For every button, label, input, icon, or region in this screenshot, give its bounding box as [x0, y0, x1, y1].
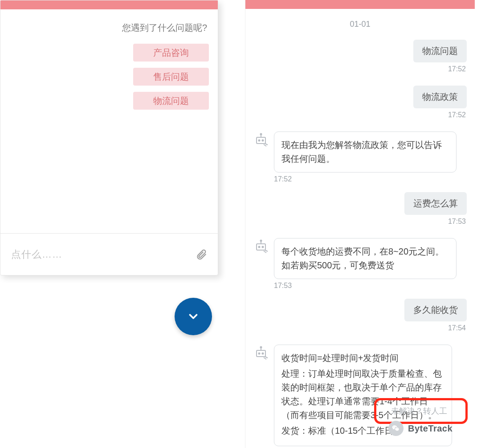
chat-row-user: 多久能收货 17:54	[253, 299, 467, 342]
svg-line-13	[265, 250, 268, 251]
bot-message: 每个收货地的运费不同，在8~20元之间。如若购买500元，可免费送货	[274, 238, 457, 279]
user-message: 物流政策	[413, 86, 467, 108]
left-body: 您遇到了什么问题呢? 产品咨询 售后问题 物流问题	[0, 9, 218, 233]
transfer-to-human-link[interactable]: 未解决？转人工	[391, 406, 447, 416]
option-logistics[interactable]: 物流问题	[133, 92, 209, 110]
svg-rect-14	[257, 350, 265, 357]
chat-row-user: 运费怎么算 17:53	[253, 192, 467, 235]
watermark: ByteTrack	[388, 421, 452, 436]
svg-line-5	[264, 144, 266, 146]
scroll-down-fab[interactable]	[175, 298, 212, 335]
bot-prompt-text: 您遇到了什么问题呢?	[122, 22, 209, 34]
right-header-bar	[245, 0, 475, 9]
left-header-bar	[0, 0, 218, 9]
option-product-inquiry[interactable]: 产品咨询	[133, 44, 209, 62]
left-chat-window: 您遇到了什么问题呢? 产品咨询 售后问题 物流问题 点什么……	[0, 0, 218, 275]
option-after-sales[interactable]: 售后问题	[133, 68, 209, 86]
chat-row-user: 物流政策 17:52	[253, 86, 467, 129]
message-time: 17:53	[274, 282, 292, 290]
bot-avatar-icon	[253, 239, 269, 254]
message-time: 17:54	[448, 324, 467, 332]
bot-message-line: 收货时间=处理时间+发货时间	[281, 351, 444, 365]
svg-point-10	[259, 247, 260, 248]
svg-rect-7	[257, 244, 265, 250]
chat-row-bot: 每个收货地的运费不同，在8~20元之间。如若购买500元，可免费送货 17:53	[253, 238, 467, 299]
user-message: 运费怎么算	[404, 192, 467, 215]
message-time: 17:53	[448, 218, 467, 226]
svg-point-3	[259, 140, 260, 141]
message-input-row: 点什么……	[0, 233, 218, 275]
svg-point-16	[261, 347, 262, 348]
message-time: 17:52	[274, 175, 292, 183]
svg-rect-0	[257, 137, 265, 144]
svg-point-9	[261, 240, 262, 242]
message-time: 17:52	[448, 111, 467, 119]
svg-point-17	[259, 353, 260, 354]
svg-point-18	[262, 353, 264, 354]
watermark-text: ByteTrack	[408, 423, 452, 434]
message-input[interactable]: 点什么……	[11, 248, 196, 261]
attachment-icon[interactable]	[196, 249, 207, 260]
chat-row-bot: 现在由我为您解答物流政策，您可以告诉我任何问题。 17:52	[253, 132, 467, 192]
chevron-down-icon	[187, 310, 200, 323]
svg-line-19	[264, 358, 266, 359]
svg-line-12	[264, 251, 266, 253]
right-body: 01-01 物流问题 17:52 物流政策 17:52 现在由我为您解答物流政策…	[245, 9, 475, 448]
user-message: 物流问题	[413, 40, 467, 62]
bot-message: 现在由我为您解答物流政策，您可以告诉我任何问题。	[274, 132, 457, 173]
bot-avatar-icon	[253, 345, 269, 361]
date-divider: 01-01	[253, 20, 467, 29]
user-message: 多久能收货	[404, 299, 467, 321]
right-chat-window: 01-01 物流问题 17:52 物流政策 17:52 现在由我为您解答物流政策…	[245, 0, 475, 448]
svg-point-11	[262, 247, 264, 248]
svg-point-2	[261, 134, 262, 135]
message-time: 17:52	[448, 65, 467, 73]
svg-line-20	[265, 357, 268, 358]
chat-row-user: 物流问题 17:52	[253, 40, 467, 83]
svg-line-6	[265, 144, 268, 145]
wechat-icon	[388, 421, 404, 436]
bot-avatar-icon	[253, 132, 269, 148]
svg-point-4	[262, 140, 264, 141]
